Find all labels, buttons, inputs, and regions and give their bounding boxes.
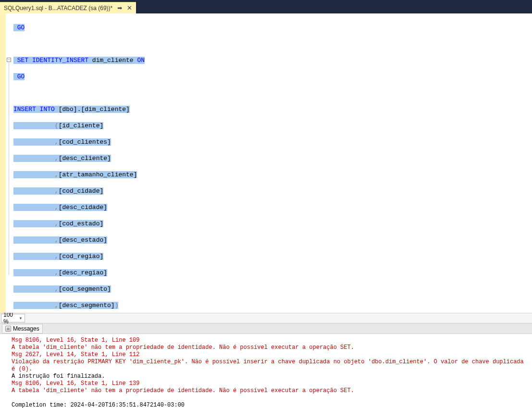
code-text[interactable]: GO SET IDENTITY_INSERT dim_cliente ON GO…	[12, 13, 532, 313]
message-line: A tabela 'dim_cliente' não tem a proprie…	[12, 344, 530, 351]
completion-time: Completion time: 2024-04-20T16:35:51.847…	[12, 402, 530, 408]
message-line: Msg 8106, Level 16, State 1, Line 109	[12, 337, 530, 344]
message-line: Msg 2627, Level 14, State 1, Line 112	[12, 351, 530, 359]
zoom-value: 100 %	[3, 311, 18, 325]
message-line: Msg 8106, Level 16, State 1, Line 139	[12, 380, 530, 387]
message-line: A instrução foi finalizada.	[12, 373, 530, 380]
code-editor[interactable]: − GO SET IDENTITY_INSERT dim_cliente ON …	[0, 13, 532, 313]
messages-tab-label: Messages	[13, 325, 39, 332]
message-line: A tabela 'dim_cliente' não tem a proprie…	[12, 387, 530, 395]
outline-line	[9, 62, 9, 274]
chevron-down-icon[interactable]: ▼	[19, 316, 23, 321]
close-icon[interactable]: ✕	[127, 4, 132, 12]
results-tab-bar: Messages	[0, 323, 532, 334]
messages-tab[interactable]: Messages	[2, 324, 43, 334]
pin-icon[interactable]: ⬈	[116, 4, 124, 12]
outline-gutter: −	[6, 13, 12, 313]
zoom-dropdown[interactable]: 100 % ▼	[1, 314, 25, 322]
messages-pane[interactable]: Msg 8106, Level 16, State 1, Line 109A t…	[0, 334, 532, 408]
change-gutter	[0, 13, 6, 313]
messages-icon	[5, 326, 11, 332]
document-tab-bar: SQLQuery1.sql - B...ATACADEZ (sa (69))* …	[0, 0, 532, 13]
zoom-bar: 100 % ▼	[0, 313, 532, 323]
message-line: Violação da restrição PRIMARY KEY 'dim_c…	[12, 359, 530, 373]
collapse-toggle-icon[interactable]: −	[7, 58, 11, 62]
document-tab-title: SQLQuery1.sql - B...ATACADEZ (sa (69))*	[4, 5, 112, 12]
document-tab[interactable]: SQLQuery1.sql - B...ATACADEZ (sa (69))* …	[0, 2, 136, 13]
